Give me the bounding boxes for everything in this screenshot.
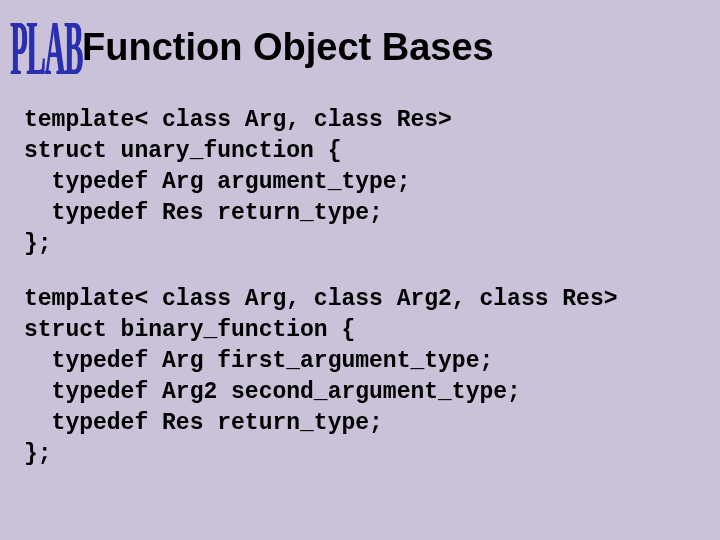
plab-logo: PLAB [10,3,43,92]
code-line: }; [24,231,52,257]
slide-title: Function Object Bases [82,26,494,69]
code-line: typedef Arg argument_type; [24,169,410,195]
code-line: typedef Arg2 second_argument_type; [24,379,521,405]
code-block-binary: template< class Arg, class Arg2, class R… [24,284,720,470]
code-line: typedef Res return_type; [24,200,383,226]
slide-header: PLAB Function Object Bases [0,0,720,77]
code-line: typedef Arg first_argument_type; [24,348,493,374]
code-line: template< class Arg, class Res> [24,107,452,133]
code-block-unary: template< class Arg, class Res> struct u… [0,77,720,471]
code-line: typedef Res return_type; [24,410,383,436]
code-line: struct binary_function { [24,317,355,343]
code-line: struct unary_function { [24,138,341,164]
code-line: }; [24,441,52,467]
code-line: template< class Arg, class Arg2, class R… [24,286,618,312]
